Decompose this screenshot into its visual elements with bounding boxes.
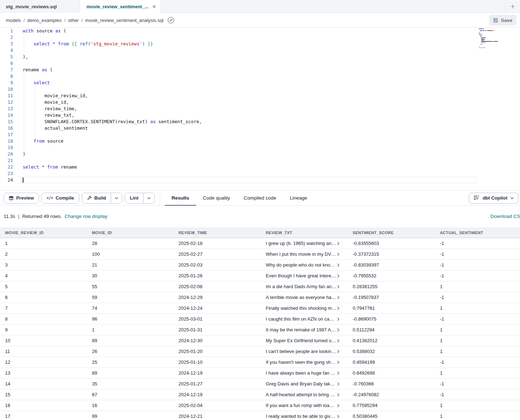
expand-review-button[interactable]	[337, 241, 342, 246]
file-status-icon[interactable]	[167, 16, 175, 24]
tab-label: movie_review_sentiment_...	[87, 4, 149, 9]
code-line-content: SNOWFLAKE.CORTEX.SENTIMENT(review_txt) a…	[23, 119, 202, 125]
code-line: 11 movie_review_id,	[0, 93, 520, 99]
cell-sentiment-score: 0.50380445	[348, 411, 435, 420]
save-button[interactable]: Save	[489, 15, 516, 26]
code-line: 2	[0, 34, 520, 41]
minimap-token	[483, 48, 485, 48]
tab-movie-review-sentiment[interactable]: movie_review_sentiment_... ✕	[80, 0, 161, 13]
expand-review-button[interactable]	[337, 273, 342, 278]
dbt-copilot-button[interactable]: dbt Copilot	[469, 193, 519, 204]
breadcrumb-segment[interactable]: movie_review_sentiment_analysis.sql	[85, 18, 164, 23]
line-number: 4	[0, 47, 13, 54]
cell-movie-id: 100	[87, 249, 173, 259]
expand-review-button[interactable]	[337, 338, 342, 343]
expand-review-button[interactable]	[337, 371, 342, 376]
line-number: 23	[0, 170, 13, 177]
build-button[interactable]: Build	[82, 193, 111, 203]
code-token: 'stg_movie_reviews'	[91, 41, 142, 46]
close-icon[interactable]: ✕	[152, 4, 156, 9]
minimap-token	[482, 30, 482, 31]
tab-stg-movie-reviews[interactable]: stg_movie_reviews.sql	[0, 0, 80, 13]
table-row: 4302025-01-26Even though I have great in…	[0, 271, 520, 281]
code-token: select	[23, 164, 39, 170]
code-token: actual_sentiment	[23, 125, 88, 131]
expand-review-button[interactable]	[337, 349, 342, 354]
review-text: A half-hearted attempt to bring Elvis P	[266, 392, 336, 397]
compile-button[interactable]: </> Compile	[42, 193, 79, 203]
review-text: Why do people who do not know what	[266, 262, 336, 268]
code-token: from	[47, 164, 58, 170]
table-body: 1282025-02-18I grew up (b. 1965) watchin…	[0, 238, 520, 420]
expand-review-button[interactable]	[337, 392, 342, 397]
line-number: 24	[0, 177, 13, 183]
cell-sentiment-score: -0.24976082	[348, 389, 435, 400]
review-text: Finally watched this shocking movie la	[266, 305, 336, 311]
table-row: 6592024-12-29A terrible movie as everyon…	[0, 292, 520, 303]
preview-button[interactable]: Preview	[4, 193, 39, 203]
expand-review-button[interactable]	[337, 295, 342, 300]
minimap-token	[484, 28, 484, 29]
minimap-line	[479, 33, 505, 34]
breadcrumb-segment[interactable]: other	[68, 18, 79, 23]
sql-code-editor[interactable]: 1with source as (23 select * from {{ ref…	[0, 28, 520, 190]
code-line: 21	[0, 157, 520, 164]
cell-review-txt: I grew up (b. 1965) watching and lovin	[261, 238, 348, 249]
new-tab-button[interactable]: +	[506, 0, 520, 13]
tab-results[interactable]: Results	[165, 190, 196, 206]
code-line: 18 from source	[0, 138, 520, 144]
tab-lineage[interactable]: Lineage	[283, 190, 314, 206]
expand-review-button[interactable]	[337, 317, 342, 322]
code-token: select	[34, 41, 50, 46]
code-line-content: select	[23, 80, 50, 86]
code-line: 9 select	[0, 80, 520, 86]
expand-review-button[interactable]	[337, 284, 342, 289]
query-summary: 11.3s|Returned 49 rows.	[4, 214, 62, 219]
expand-review-button[interactable]	[337, 360, 342, 365]
expand-review-button[interactable]	[337, 403, 342, 408]
copilot-chat-sparkle-icon	[473, 195, 480, 201]
cell-review-txt: I can't believe people are looking for a	[261, 346, 348, 357]
code-token: from	[34, 138, 44, 144]
chevron-down-icon	[115, 197, 118, 199]
cell-sentiment-score: -0.37372315	[348, 249, 435, 259]
query-row-count: Returned 49 rows.	[22, 214, 62, 219]
lint-dropdown-button[interactable]	[143, 193, 154, 203]
line-number: 6	[0, 60, 13, 67]
expand-review-button[interactable]	[337, 381, 342, 387]
minimap-line	[479, 43, 505, 44]
cell-movie-id: 89	[87, 368, 173, 378]
code-token: SNOWFLAKE.CORTEX.SENTIMENT(review_txt)	[23, 119, 150, 124]
code-line: 8	[0, 73, 520, 80]
chevron-down-icon	[510, 197, 514, 199]
tab-code-quality[interactable]: Code quality	[196, 190, 237, 206]
cell-review-time: 2025-01-31	[173, 325, 261, 335]
lint-button[interactable]: Lint	[125, 193, 143, 203]
table-row: 10892024-12-30My Super Ex Girlfriend tur…	[0, 335, 520, 346]
cell-sentiment-score: 0.4594199	[348, 357, 435, 367]
build-dropdown-button[interactable]	[111, 193, 122, 203]
code-line-content: movie_id,	[23, 99, 69, 106]
cell-actual-sentiment: 1	[435, 368, 520, 378]
expand-review-button[interactable]	[337, 327, 342, 332]
editor-tab-bar: stg_movie_reviews.sql movie_review_senti…	[0, 0, 520, 13]
review-text: If you haven't seen the gong show TV s	[266, 359, 336, 365]
expand-review-button[interactable]	[337, 252, 342, 257]
code-token: rename	[23, 67, 42, 72]
download-csv-link[interactable]: Download CSV	[490, 214, 520, 219]
tab-compiled-code[interactable]: Compiled code	[237, 190, 283, 206]
change-row-display-link[interactable]: Change row display	[65, 214, 107, 219]
code-token: }}	[147, 41, 153, 46]
expand-review-button[interactable]	[337, 414, 342, 419]
cell-review-txt: I have always been a huge fan of "Hom	[261, 368, 348, 378]
code-minimap[interactable]	[479, 28, 505, 50]
minimap-line	[479, 44, 505, 45]
expand-review-button[interactable]	[337, 306, 342, 311]
expand-review-button[interactable]	[337, 263, 342, 268]
cell-sentiment-score: -0.7955532	[348, 271, 435, 281]
code-token: movie_id,	[23, 99, 69, 105]
minimap-token	[480, 36, 482, 36]
cell-movie-review-id: 5	[0, 281, 87, 292]
breadcrumb-segment[interactable]: demo_examples	[27, 18, 62, 23]
breadcrumb-segment[interactable]: models	[6, 18, 21, 23]
